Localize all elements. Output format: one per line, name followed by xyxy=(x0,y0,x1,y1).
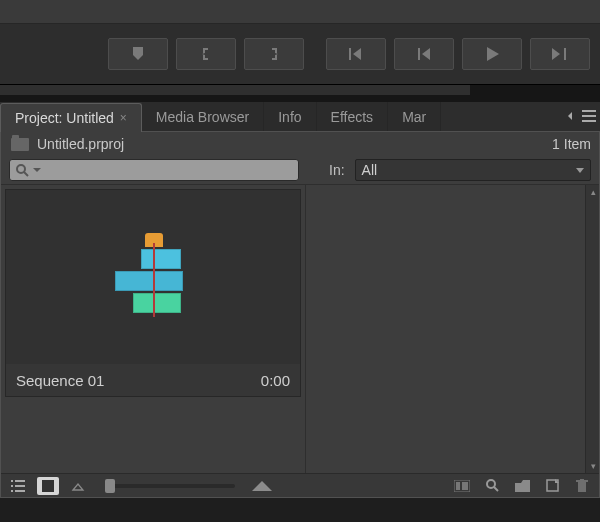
svg-rect-10 xyxy=(456,482,460,490)
thumbnail-area[interactable]: Sequence 01 0:00 xyxy=(1,185,306,473)
step-back-icon xyxy=(416,48,432,60)
tab-project[interactable]: Project: Untitled × xyxy=(0,103,142,132)
tab-label: Media Browser xyxy=(156,109,249,125)
svg-line-1 xyxy=(24,172,28,176)
chevron-down-icon xyxy=(33,166,41,174)
tab-label: Project: Untitled xyxy=(15,110,114,126)
svg-point-0 xyxy=(17,165,25,173)
icon-view-button[interactable] xyxy=(37,477,59,495)
in-label: In: xyxy=(329,162,345,178)
svg-rect-2 xyxy=(11,480,13,482)
new-item-icon xyxy=(546,479,559,492)
go-to-in-icon xyxy=(347,48,365,60)
clip-name: Sequence 01 xyxy=(16,372,104,389)
svg-rect-16 xyxy=(576,480,588,482)
tab-info[interactable]: Info xyxy=(264,102,316,131)
scroll-up-arrow[interactable]: ▴ xyxy=(586,185,600,199)
chevron-left-icon xyxy=(568,112,572,120)
svg-rect-6 xyxy=(11,490,13,492)
panel-separator xyxy=(0,84,600,102)
film-icon xyxy=(454,480,470,492)
svg-rect-4 xyxy=(11,485,13,487)
top-toolbar-fragment xyxy=(0,0,600,24)
svg-rect-15 xyxy=(578,482,586,492)
delete-button[interactable] xyxy=(571,477,593,495)
slider-knob[interactable] xyxy=(105,479,115,493)
empty-area[interactable]: ▴ ▾ xyxy=(306,185,599,473)
new-item-button[interactable] xyxy=(541,477,563,495)
zoom-min-icon xyxy=(67,477,89,495)
player-controls xyxy=(0,24,600,84)
mark-in-button[interactable] xyxy=(108,38,168,70)
zoom-max-icon xyxy=(251,477,273,495)
trash-icon xyxy=(576,479,588,492)
filter-dropdown[interactable]: All xyxy=(355,159,591,181)
set-in-button[interactable] xyxy=(176,38,236,70)
svg-line-13 xyxy=(494,487,498,491)
panel-menu-button[interactable] xyxy=(574,106,596,126)
sequence-icon xyxy=(111,231,195,323)
step-forward-icon xyxy=(552,48,568,60)
go-to-in-button[interactable] xyxy=(326,38,386,70)
project-content: Sequence 01 0:00 ▴ ▾ xyxy=(1,184,599,473)
svg-rect-5 xyxy=(15,485,25,487)
vertical-scrollbar[interactable]: ▴ ▾ xyxy=(585,185,599,473)
search-icon xyxy=(16,164,29,177)
panel-footer xyxy=(1,473,599,497)
sequence-preview xyxy=(6,190,300,364)
list-view-button[interactable] xyxy=(7,477,29,495)
automate-to-sequence-button[interactable] xyxy=(451,477,473,495)
marker-shield-icon xyxy=(130,47,146,61)
close-tab-icon[interactable]: × xyxy=(120,111,127,125)
scroll-down-arrow[interactable]: ▾ xyxy=(586,459,600,473)
project-header: Untitled.prproj 1 Item xyxy=(1,132,599,156)
list-icon xyxy=(11,480,25,492)
thumbnail-zoom-slider[interactable] xyxy=(105,484,235,488)
chevron-down-icon xyxy=(576,168,584,173)
step-back-button[interactable] xyxy=(394,38,454,70)
dropdown-value: All xyxy=(362,162,378,178)
svg-rect-17 xyxy=(580,479,584,480)
svg-point-12 xyxy=(487,480,495,488)
tab-label: Mar xyxy=(402,109,426,125)
bin-icon xyxy=(11,138,29,151)
brace-right-icon xyxy=(267,47,281,61)
search-row: In: All xyxy=(1,156,599,184)
svg-rect-7 xyxy=(15,490,25,492)
project-panel: Untitled.prproj 1 Item In: All xyxy=(0,132,600,498)
brace-left-icon xyxy=(199,47,213,61)
set-out-button[interactable] xyxy=(244,38,304,70)
svg-rect-11 xyxy=(462,482,468,490)
folder-icon xyxy=(515,480,530,492)
find-button[interactable] xyxy=(481,477,503,495)
svg-rect-3 xyxy=(15,480,25,482)
panel-tabs: Project: Untitled × Media Browser Info E… xyxy=(0,102,600,132)
step-forward-button[interactable] xyxy=(530,38,590,70)
tab-markers[interactable]: Mar xyxy=(388,102,441,131)
play-icon xyxy=(485,47,499,61)
project-filename: Untitled.prproj xyxy=(37,136,124,152)
clip-thumbnail[interactable]: Sequence 01 0:00 xyxy=(5,189,301,397)
tab-label: Info xyxy=(278,109,301,125)
tab-label: Effects xyxy=(331,109,374,125)
new-bin-button[interactable] xyxy=(511,477,533,495)
clip-duration: 0:00 xyxy=(261,372,290,389)
small-triangle-icon xyxy=(71,481,85,491)
large-triangle-icon xyxy=(252,481,272,491)
grid-icon xyxy=(42,480,54,492)
search-icon xyxy=(486,479,499,492)
tab-media-browser[interactable]: Media Browser xyxy=(142,102,264,131)
svg-rect-8 xyxy=(42,480,54,492)
tab-effects[interactable]: Effects xyxy=(317,102,389,131)
play-button[interactable] xyxy=(462,38,522,70)
clip-meta: Sequence 01 0:00 xyxy=(6,364,300,396)
item-count: 1 Item xyxy=(552,136,591,152)
search-input[interactable] xyxy=(9,159,299,181)
